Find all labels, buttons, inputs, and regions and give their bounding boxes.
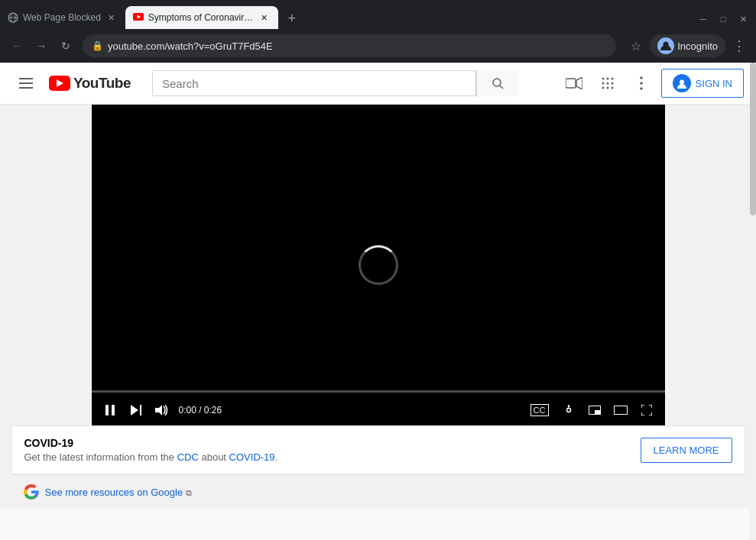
svg-marker-28 — [131, 405, 138, 416]
profile-avatar — [657, 37, 674, 54]
svg-point-16 — [602, 82, 604, 85]
svg-point-21 — [611, 87, 613, 89]
profile-label: Incognito — [677, 40, 718, 52]
svg-rect-7 — [19, 82, 33, 84]
youtube-favicon-icon — [133, 12, 144, 23]
address-bar[interactable]: 🔒 youtube.com/watch?v=oGruT7Fd54E — [83, 34, 616, 57]
scrollbar-track[interactable] — [750, 63, 756, 540]
svg-rect-11 — [566, 79, 576, 88]
tab-bar: Web Page Blocked ✕ Symptoms of Coronavir… — [0, 0, 756, 29]
covid-title: COVID-19 — [24, 437, 278, 449]
new-tab-button[interactable]: + — [281, 8, 303, 29]
google-logo-icon — [24, 484, 39, 500]
svg-marker-30 — [155, 405, 162, 416]
youtube-logo[interactable]: YouTube — [49, 75, 131, 92]
close-button[interactable]: ✕ — [733, 9, 753, 29]
minimize-button[interactable]: ─ — [693, 9, 713, 29]
browser-menu-button[interactable]: ⋮ — [728, 35, 750, 57]
miniplayer-button[interactable] — [586, 401, 604, 419]
loading-spinner — [359, 245, 398, 285]
svg-point-19 — [602, 87, 604, 89]
youtube-logo-text: YouTube — [73, 75, 131, 92]
video-controls: 0:00 / 0:26 CC — [92, 395, 665, 425]
tab-blocked[interactable]: Web Page Blocked ✕ — [0, 6, 125, 29]
youtube-logo-icon — [49, 76, 70, 91]
progress-bar[interactable] — [92, 390, 665, 393]
settings-button[interactable] — [560, 401, 578, 419]
address-text: youtube.com/watch?v=oGruT7Fd54E — [108, 40, 607, 52]
sign-in-button[interactable]: SIGN IN — [661, 69, 744, 98]
svg-point-22 — [640, 76, 643, 79]
header-right: SIGN IN — [560, 69, 744, 98]
svg-point-17 — [606, 82, 608, 85]
svg-rect-26 — [105, 405, 109, 416]
covid-info: COVID-19 Get the latest information from… — [24, 437, 278, 463]
search-button[interactable] — [476, 70, 519, 96]
globe-favicon-icon — [8, 12, 18, 23]
svg-point-24 — [640, 87, 643, 90]
learn-more-button[interactable]: LEARN MORE — [641, 438, 732, 463]
tab-youtube[interactable]: Symptoms of Coronavirus Diseas ✕ — [125, 6, 278, 29]
scrollbar-thumb[interactable] — [750, 63, 756, 215]
cdc-link[interactable]: CDC — [177, 451, 199, 463]
time-display: 0:00 / 0:26 — [179, 405, 222, 416]
google-resources-link[interactable]: See more resources on Google — [45, 487, 183, 498]
svg-rect-33 — [595, 410, 600, 414]
svg-point-9 — [493, 79, 501, 86]
tab-blocked-title: Web Page Blocked — [23, 12, 101, 23]
video-canvas — [92, 105, 665, 425]
profile-button[interactable]: Incognito — [650, 34, 725, 57]
video-player[interactable]: 0:00 / 0:26 CC — [92, 105, 665, 425]
youtube-header: YouTube — [0, 63, 756, 105]
svg-point-25 — [680, 80, 684, 85]
more-options-button[interactable] — [628, 70, 655, 97]
svg-point-23 — [640, 82, 643, 85]
volume-button[interactable] — [153, 401, 171, 419]
back-button[interactable]: ← — [6, 35, 28, 57]
external-link-icon: ⧉ — [186, 488, 192, 497]
svg-point-20 — [606, 87, 608, 89]
forward-button[interactable]: → — [31, 35, 52, 57]
search-input[interactable] — [153, 71, 475, 95]
theater-button[interactable] — [612, 401, 630, 419]
apps-grid-button[interactable] — [594, 70, 621, 97]
tab-blocked-close[interactable]: ✕ — [105, 11, 118, 24]
subtitles-button[interactable]: CC — [530, 404, 549, 416]
svg-point-18 — [611, 82, 613, 85]
svg-line-10 — [500, 86, 503, 89]
search-area — [152, 70, 519, 96]
search-input-wrap — [152, 70, 476, 96]
hamburger-menu-button[interactable] — [12, 70, 40, 97]
tab-youtube-title: Symptoms of Coronavirus Diseas — [148, 12, 254, 23]
svg-rect-29 — [140, 405, 141, 416]
svg-point-31 — [566, 409, 570, 412]
svg-point-13 — [602, 78, 604, 80]
maximize-button[interactable]: □ — [713, 9, 733, 29]
reload-button[interactable]: ↻ — [55, 35, 76, 57]
sign-in-label: SIGN IN — [696, 78, 732, 89]
tab-youtube-close[interactable]: ✕ — [258, 11, 271, 24]
svg-rect-6 — [19, 78, 33, 79]
lock-icon: 🔒 — [92, 40, 103, 51]
covid-description: Get the latest information from the CDC … — [24, 451, 278, 463]
browser-chrome: Web Page Blocked ✕ Symptoms of Coronavir… — [0, 0, 756, 63]
covid-banner: COVID-19 Get the latest information from… — [11, 425, 745, 474]
video-section: 0:00 / 0:26 CC — [0, 105, 756, 425]
play-pause-button[interactable] — [101, 401, 119, 419]
bookmark-button[interactable]: ☆ — [625, 35, 647, 57]
skip-next-button[interactable] — [127, 401, 145, 419]
google-resources-text: See more resources on Google ⧉ — [45, 487, 192, 498]
sign-in-avatar-icon — [673, 74, 691, 92]
svg-rect-34 — [614, 406, 627, 415]
svg-rect-27 — [112, 405, 115, 416]
svg-rect-8 — [19, 87, 33, 89]
svg-point-15 — [611, 78, 613, 80]
google-resources: See more resources on Google ⧉ — [11, 475, 745, 509]
svg-point-14 — [606, 78, 608, 80]
fullscreen-button[interactable] — [638, 401, 656, 419]
page-content: YouTube — [0, 63, 756, 509]
nav-bar: ← → ↻ 🔒 youtube.com/watch?v=oGruT7Fd54E … — [0, 29, 756, 63]
window-controls: ─ □ ✕ — [693, 9, 756, 29]
create-video-button[interactable] — [560, 70, 588, 97]
covid-link[interactable]: COVID-19 — [229, 451, 275, 463]
